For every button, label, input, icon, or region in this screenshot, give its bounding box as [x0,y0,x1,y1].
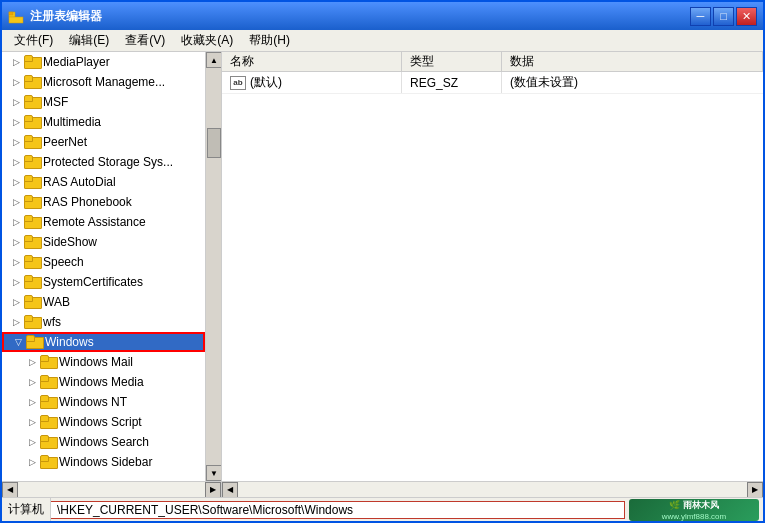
menu-view[interactable]: 查看(V) [117,30,173,51]
expand-icon: ▷ [10,256,22,268]
status-path: \HKEY_CURRENT_USER\Software\Microsoft\Wi… [51,501,625,519]
minimize-button[interactable]: ─ [690,7,711,26]
window-controls: ─ □ ✕ [690,7,757,26]
scroll-track[interactable] [206,68,221,465]
tree-item-label: RAS AutoDial [43,175,205,189]
tree-item-peernet[interactable]: ▷ PeerNet [2,132,205,152]
scroll-left-button[interactable]: ◀ [2,482,18,498]
menu-file[interactable]: 文件(F) [6,30,61,51]
expand-icon: ▷ [26,396,38,408]
scroll-left-button[interactable]: ◀ [222,482,238,498]
tree-item-windows-media[interactable]: ▷ Windows Media [2,372,205,392]
tree-item-windows-sidebar[interactable]: ▷ Windows Sidebar [2,452,205,472]
expand-icon: ▷ [10,176,22,188]
tree-item-label: WAB [43,295,205,309]
svg-rect-2 [9,12,13,15]
tree-item-label: Multimedia [43,115,205,129]
tree-item-label: Speech [43,255,205,269]
maximize-button[interactable]: □ [713,7,734,26]
tree-section: ▷ MediaPlayer ▷ Microsoft Manageme... ▷ … [2,52,222,497]
tree-item-label: Windows NT [59,395,205,409]
tree-item-windows[interactable]: ▽ Windows [2,332,205,352]
menu-help[interactable]: 帮助(H) [241,30,298,51]
tree-item-systemcerts[interactable]: ▷ SystemCertificates [2,272,205,292]
h-scroll-track[interactable] [238,482,747,498]
title-bar: 注册表编辑器 ─ □ ✕ [2,2,763,30]
folder-icon [24,295,40,309]
expand-icon: ▷ [10,296,22,308]
watermark-line1: 🌿 雨林木风 [669,499,719,512]
menu-edit[interactable]: 编辑(E) [61,30,117,51]
status-label: 计算机 [2,498,51,521]
tree-item-remote-assistance[interactable]: ▷ Remote Assistance [2,212,205,232]
tree-item-speech[interactable]: ▷ Speech [2,252,205,272]
folder-icon [24,155,40,169]
folder-icon [24,95,40,109]
detail-row-default[interactable]: ab (默认) REG_SZ (数值未设置) [222,72,763,94]
tree-item-sideshow[interactable]: ▷ SideShow [2,232,205,252]
tree-scroll-area: ▷ MediaPlayer ▷ Microsoft Manageme... ▷ … [2,52,221,481]
scroll-up-button[interactable]: ▲ [206,52,221,68]
tree-item-multimedia[interactable]: ▷ Multimedia [2,112,205,132]
tree-item-label: wfs [43,315,205,329]
tree-item-mediaplayer[interactable]: ▷ MediaPlayer [2,52,205,72]
tree-panel[interactable]: ▷ MediaPlayer ▷ Microsoft Manageme... ▷ … [2,52,205,481]
tree-item-msmgmt[interactable]: ▷ Microsoft Manageme... [2,72,205,92]
detail-section: 名称 类型 数据 ab (默认) REG_SZ (数值未设置) ◀ ▶ [222,52,763,497]
folder-icon [24,255,40,269]
expand-icon: ▷ [26,416,38,428]
folder-icon [24,75,40,89]
tree-item-wab[interactable]: ▷ WAB [2,292,205,312]
tree-item-wfs[interactable]: ▷ wfs [2,312,205,332]
tree-item-label: Windows Mail [59,355,205,369]
tree-item-label: MSF [43,95,205,109]
expand-icon: ▷ [10,96,22,108]
detail-horizontal-scrollbar[interactable]: ◀ ▶ [222,481,763,497]
scroll-down-button[interactable]: ▼ [206,465,221,481]
folder-icon [24,115,40,129]
tree-horizontal-scrollbar[interactable]: ◀ ▶ [2,481,221,497]
tree-item-protected-storage[interactable]: ▷ Protected Storage Sys... [2,152,205,172]
folder-icon [24,195,40,209]
col-header-name: 名称 [222,52,402,71]
folder-icon [24,275,40,289]
tree-item-label: RAS Phonebook [43,195,205,209]
col-header-data: 数据 [502,52,763,71]
expand-icon: ▷ [10,316,22,328]
expand-icon: ▷ [10,56,22,68]
tree-item-ras-phonebook[interactable]: ▷ RAS Phonebook [2,192,205,212]
col-header-type: 类型 [402,52,502,71]
expand-icon: ▷ [10,236,22,248]
folder-icon [24,235,40,249]
folder-icon [24,175,40,189]
folder-icon [24,55,40,69]
scroll-right-button[interactable]: ▶ [205,482,221,498]
folder-icon [26,335,42,349]
watermark-line2: www.ylmf888.com [662,512,726,521]
menu-bar: 文件(F) 编辑(E) 查看(V) 收藏夹(A) 帮助(H) [2,30,763,52]
tree-item-ras-autodial[interactable]: ▷ RAS AutoDial [2,172,205,192]
menu-favorites[interactable]: 收藏夹(A) [173,30,241,51]
tree-item-windows-search[interactable]: ▷ Windows Search [2,432,205,452]
tree-item-label: Windows Script [59,415,205,429]
tree-vertical-scrollbar[interactable]: ▲ ▼ [205,52,221,481]
expand-icon: ▷ [10,116,22,128]
tree-item-label: PeerNet [43,135,205,149]
tree-item-msf[interactable]: ▷ MSF [2,92,205,112]
h-scroll-track[interactable] [18,482,205,498]
tree-item-windows-script[interactable]: ▷ Windows Script [2,412,205,432]
folder-icon [40,375,56,389]
expand-icon: ▷ [26,436,38,448]
scroll-thumb[interactable] [207,128,221,158]
expand-icon: ▷ [26,456,38,468]
scroll-right-button[interactable]: ▶ [747,482,763,498]
detail-data-cell: (数值未设置) [502,72,763,93]
tree-item-windows-mail[interactable]: ▷ Windows Mail [2,352,205,372]
close-button[interactable]: ✕ [736,7,757,26]
detail-name-cell: ab (默认) [222,72,402,93]
tree-item-label: Windows [45,335,203,349]
folder-icon [40,395,56,409]
tree-item-label: SystemCertificates [43,275,205,289]
tree-item-windows-nt[interactable]: ▷ Windows NT [2,392,205,412]
folder-icon [24,135,40,149]
